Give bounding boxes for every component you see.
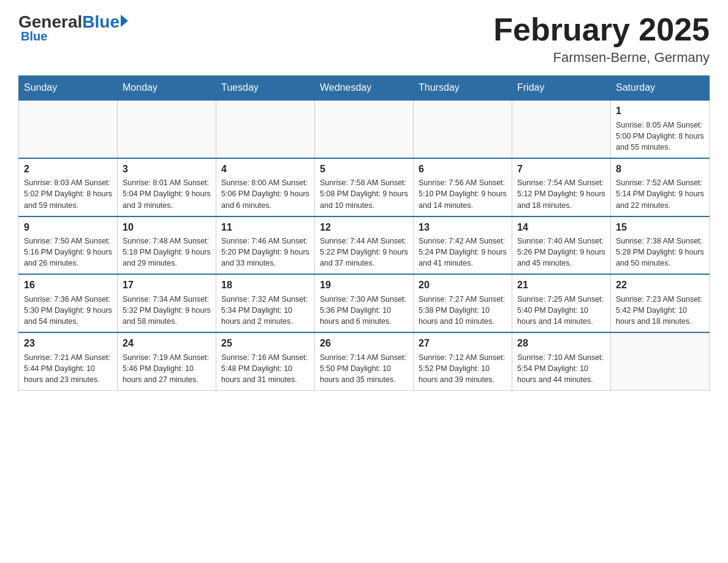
day-info: Sunrise: 7:27 AM Sunset: 5:38 PM Dayligh… (419, 294, 507, 327)
calendar-cell: 19Sunrise: 7:30 AM Sunset: 5:36 PM Dayli… (315, 274, 414, 332)
day-info: Sunrise: 7:56 AM Sunset: 5:10 PM Dayligh… (419, 177, 507, 210)
day-info: Sunrise: 7:52 AM Sunset: 5:14 PM Dayligh… (616, 177, 704, 210)
day-info: Sunrise: 7:32 AM Sunset: 5:34 PM Dayligh… (221, 294, 309, 327)
calendar-cell: 3Sunrise: 8:01 AM Sunset: 5:04 PM Daylig… (118, 158, 216, 216)
calendar-day-header: Tuesday (216, 76, 315, 101)
calendar-cell: 22Sunrise: 7:23 AM Sunset: 5:42 PM Dayli… (611, 274, 710, 332)
day-info: Sunrise: 7:10 AM Sunset: 5:54 PM Dayligh… (517, 352, 605, 385)
calendar-cell: 26Sunrise: 7:14 AM Sunset: 5:50 PM Dayli… (315, 332, 414, 390)
calendar-cell: 16Sunrise: 7:36 AM Sunset: 5:30 PM Dayli… (19, 274, 118, 332)
calendar-cell: 14Sunrise: 7:40 AM Sunset: 5:26 PM Dayli… (512, 216, 611, 275)
calendar-header-row: SundayMondayTuesdayWednesdayThursdayFrid… (19, 76, 710, 101)
calendar-day-header: Thursday (414, 76, 512, 101)
day-number: 12 (320, 221, 408, 234)
title-section: February 2025 Farmsen-Berne, Germany (493, 12, 710, 66)
day-info: Sunrise: 8:03 AM Sunset: 5:02 PM Dayligh… (24, 177, 112, 210)
calendar-cell: 1Sunrise: 8:05 AM Sunset: 5:00 PM Daylig… (611, 100, 710, 158)
calendar-cell (118, 100, 216, 158)
day-info: Sunrise: 7:30 AM Sunset: 5:36 PM Dayligh… (320, 294, 408, 327)
logo-arrow-icon (121, 15, 128, 27)
calendar-cell: 5Sunrise: 7:58 AM Sunset: 5:08 PM Daylig… (315, 158, 414, 216)
day-number: 21 (517, 278, 605, 292)
day-info: Sunrise: 7:54 AM Sunset: 5:12 PM Dayligh… (517, 177, 605, 210)
calendar-cell: 18Sunrise: 7:32 AM Sunset: 5:34 PM Dayli… (216, 274, 315, 332)
day-number: 10 (123, 221, 211, 234)
calendar-cell: 17Sunrise: 7:34 AM Sunset: 5:32 PM Dayli… (118, 274, 216, 332)
calendar-cell: 11Sunrise: 7:46 AM Sunset: 5:20 PM Dayli… (216, 216, 315, 275)
day-number: 11 (221, 221, 309, 234)
calendar-cell: 10Sunrise: 7:48 AM Sunset: 5:18 PM Dayli… (118, 216, 216, 275)
day-number: 1 (616, 104, 704, 118)
location-label: Farmsen-Berne, Germany (493, 50, 710, 66)
day-number: 26 (320, 337, 408, 350)
calendar-week-row: 2Sunrise: 8:03 AM Sunset: 5:02 PM Daylig… (19, 158, 710, 216)
calendar-cell: 12Sunrise: 7:44 AM Sunset: 5:22 PM Dayli… (315, 216, 414, 275)
calendar-week-row: 9Sunrise: 7:50 AM Sunset: 5:16 PM Daylig… (19, 216, 710, 275)
day-number: 23 (24, 337, 112, 350)
day-info: Sunrise: 7:44 AM Sunset: 5:22 PM Dayligh… (320, 236, 408, 269)
day-number: 8 (616, 163, 704, 176)
day-number: 22 (616, 278, 704, 292)
calendar-cell: 20Sunrise: 7:27 AM Sunset: 5:38 PM Dayli… (414, 274, 512, 332)
day-number: 27 (419, 337, 507, 350)
calendar-cell (216, 100, 315, 158)
logo-subtitle: Blue (21, 29, 47, 44)
month-title: February 2025 (493, 12, 710, 47)
day-info: Sunrise: 8:01 AM Sunset: 5:04 PM Dayligh… (123, 177, 211, 210)
day-info: Sunrise: 7:40 AM Sunset: 5:26 PM Dayligh… (517, 236, 605, 269)
day-number: 20 (419, 278, 507, 292)
day-info: Sunrise: 7:25 AM Sunset: 5:40 PM Dayligh… (517, 294, 605, 327)
calendar-cell: 8Sunrise: 7:52 AM Sunset: 5:14 PM Daylig… (611, 158, 710, 216)
day-number: 13 (419, 221, 507, 234)
calendar-cell: 27Sunrise: 7:12 AM Sunset: 5:52 PM Dayli… (414, 332, 512, 390)
calendar-week-row: 1Sunrise: 8:05 AM Sunset: 5:00 PM Daylig… (19, 100, 710, 158)
logo: General Blue Blue (18, 12, 128, 44)
calendar-cell (414, 100, 512, 158)
calendar-day-header: Wednesday (315, 76, 414, 101)
day-info: Sunrise: 7:58 AM Sunset: 5:08 PM Dayligh… (320, 177, 408, 210)
day-info: Sunrise: 7:34 AM Sunset: 5:32 PM Dayligh… (123, 294, 211, 327)
day-info: Sunrise: 7:21 AM Sunset: 5:44 PM Dayligh… (24, 352, 112, 385)
day-number: 15 (616, 221, 704, 234)
day-info: Sunrise: 7:12 AM Sunset: 5:52 PM Dayligh… (419, 352, 507, 385)
day-number: 3 (123, 163, 211, 176)
calendar-day-header: Monday (118, 76, 216, 101)
day-number: 4 (221, 163, 309, 176)
logo-blue: Blue (82, 12, 119, 32)
calendar-cell: 15Sunrise: 7:38 AM Sunset: 5:28 PM Dayli… (611, 216, 710, 275)
calendar-cell (611, 332, 710, 390)
calendar-week-row: 16Sunrise: 7:36 AM Sunset: 5:30 PM Dayli… (19, 274, 710, 332)
day-number: 17 (123, 278, 211, 292)
day-info: Sunrise: 7:14 AM Sunset: 5:50 PM Dayligh… (320, 352, 408, 385)
day-number: 5 (320, 163, 408, 176)
day-info: Sunrise: 8:05 AM Sunset: 5:00 PM Dayligh… (616, 120, 704, 153)
calendar-cell: 2Sunrise: 8:03 AM Sunset: 5:02 PM Daylig… (19, 158, 118, 216)
calendar-cell (512, 100, 611, 158)
calendar-cell: 28Sunrise: 7:10 AM Sunset: 5:54 PM Dayli… (512, 332, 611, 390)
day-number: 18 (221, 278, 309, 292)
calendar-week-row: 23Sunrise: 7:21 AM Sunset: 5:44 PM Dayli… (19, 332, 710, 390)
calendar-cell: 6Sunrise: 7:56 AM Sunset: 5:10 PM Daylig… (414, 158, 512, 216)
day-number: 14 (517, 221, 605, 234)
day-info: Sunrise: 7:46 AM Sunset: 5:20 PM Dayligh… (221, 236, 309, 269)
calendar-cell: 21Sunrise: 7:25 AM Sunset: 5:40 PM Dayli… (512, 274, 611, 332)
day-number: 25 (221, 337, 309, 350)
calendar-table: SundayMondayTuesdayWednesdayThursdayFrid… (18, 75, 710, 391)
day-info: Sunrise: 7:50 AM Sunset: 5:16 PM Dayligh… (24, 236, 112, 269)
day-number: 24 (123, 337, 211, 350)
day-info: Sunrise: 7:16 AM Sunset: 5:48 PM Dayligh… (221, 352, 309, 385)
calendar-day-header: Saturday (611, 76, 710, 101)
page-header: General Blue Blue February 2025 Farmsen-… (18, 12, 710, 66)
day-number: 28 (517, 337, 605, 350)
calendar-day-header: Friday (512, 76, 611, 101)
day-number: 16 (24, 278, 112, 292)
calendar-cell (19, 100, 118, 158)
day-info: Sunrise: 7:36 AM Sunset: 5:30 PM Dayligh… (24, 294, 112, 327)
day-number: 7 (517, 163, 605, 176)
calendar-day-header: Sunday (19, 76, 118, 101)
day-info: Sunrise: 7:38 AM Sunset: 5:28 PM Dayligh… (616, 236, 704, 269)
calendar-cell: 13Sunrise: 7:42 AM Sunset: 5:24 PM Dayli… (414, 216, 512, 275)
day-number: 6 (419, 163, 507, 176)
day-number: 2 (24, 163, 112, 176)
calendar-cell: 23Sunrise: 7:21 AM Sunset: 5:44 PM Dayli… (19, 332, 118, 390)
